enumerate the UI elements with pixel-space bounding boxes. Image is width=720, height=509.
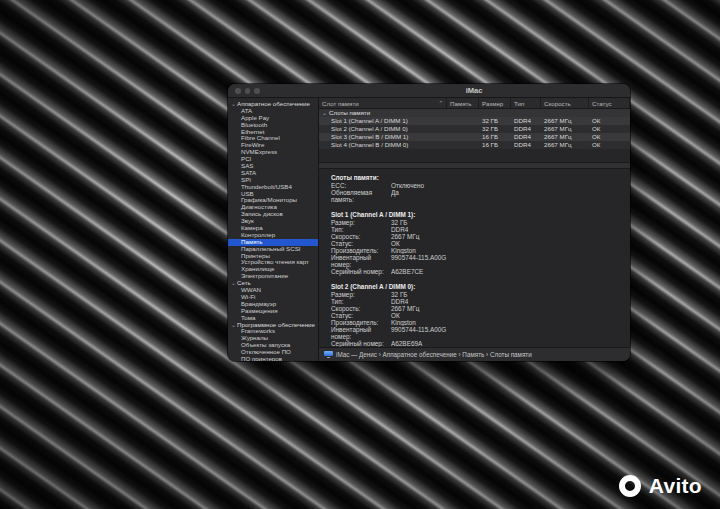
detail-row: Размер:32 ГБ bbox=[331, 291, 624, 298]
sidebar-item[interactable]: SATA bbox=[228, 170, 318, 177]
table-row[interactable]: Slot 4 (Channel B / DIMM 0)16 ГБDDR42667… bbox=[319, 141, 630, 149]
sidebar-item[interactable]: Bluetooth bbox=[228, 122, 318, 129]
table-row[interactable]: Slot 1 (Channel A / DIMM 1)32 ГБDDR42667… bbox=[319, 117, 630, 125]
sidebar-item[interactable]: Хранилище bbox=[228, 266, 318, 273]
column-header[interactable]: Статус bbox=[589, 98, 630, 108]
sidebar-item[interactable]: Принтеры bbox=[228, 253, 318, 260]
detail-row: Размер:32 ГБ bbox=[331, 219, 624, 226]
sidebar-item[interactable]: Fibre Channel bbox=[228, 135, 318, 142]
breadcrumb: iMac — Денис › Аппаратное обеспечение › … bbox=[336, 351, 532, 358]
details-pane[interactable]: Слоты памяти:ECC:ОтключеноОбновляемая па… bbox=[319, 169, 630, 347]
detail-key: Производитель: bbox=[331, 319, 391, 326]
detail-value: 9905744-115.A00G bbox=[391, 326, 624, 340]
sidebar-item[interactable]: Размещения bbox=[228, 308, 318, 315]
slot-cell: Slot 3 (Channel B / DIMM 1) bbox=[319, 133, 447, 141]
column-header[interactable]: Тип bbox=[511, 98, 541, 108]
table-row[interactable]: Slot 3 (Channel B / DIMM 1)16 ГБDDR42667… bbox=[319, 133, 630, 141]
sidebar-item[interactable]: SPI bbox=[228, 177, 318, 184]
slot-cell: Slot 1 (Channel A / DIMM 1) bbox=[319, 117, 447, 125]
speed-cell: 2667 МГц bbox=[541, 133, 589, 141]
zoom-button[interactable] bbox=[254, 88, 260, 94]
table-group-row[interactable]: ⌄Слоты памяти bbox=[319, 109, 630, 117]
sidebar-item[interactable]: PCI bbox=[228, 156, 318, 163]
table-empty-area bbox=[319, 149, 630, 162]
slot-cell: Slot 2 (Channel A / DIMM 0) bbox=[319, 125, 447, 133]
size-cell: 16 ГБ bbox=[479, 141, 511, 149]
sidebar-item[interactable]: Параллельный SCSI bbox=[228, 246, 318, 253]
sidebar-item[interactable]: Wi-Fi bbox=[228, 294, 318, 301]
system-information-window: iMac ⌄Аппаратное обеспечениеATAApple Pay… bbox=[228, 84, 630, 361]
column-header[interactable]: Скорость bbox=[541, 98, 589, 108]
details-slot-block: Slot 1 (Channel A / DIMM 1):Размер:32 ГБ… bbox=[331, 211, 624, 275]
sidebar-item[interactable]: FireWire bbox=[228, 142, 318, 149]
detail-row: ECC:Отключено bbox=[331, 182, 624, 189]
detail-value: 32 ГБ bbox=[391, 219, 624, 226]
detail-row: Производитель:Kingston bbox=[331, 319, 624, 326]
detail-row: Статус:ОК bbox=[331, 312, 624, 319]
pane-splitter[interactable] bbox=[319, 162, 630, 169]
column-header[interactable]: Слот памяти⌃ bbox=[319, 98, 447, 108]
detail-value: 2667 МГц bbox=[391, 233, 624, 240]
sidebar-item[interactable]: Диагностика bbox=[228, 204, 318, 211]
table-header: Слот памяти⌃ПамятьРазмерТипСкоростьСтату… bbox=[319, 98, 630, 109]
sidebar-item[interactable]: SAS bbox=[228, 163, 318, 170]
sidebar-item[interactable]: Камера bbox=[228, 225, 318, 232]
sidebar-section-header[interactable]: ⌄Аппаратное обеспечение bbox=[228, 101, 318, 108]
speed-cell: 2667 МГц bbox=[541, 141, 589, 149]
sidebar-item[interactable]: Память bbox=[228, 239, 318, 246]
column-header-label: Скорость bbox=[544, 100, 571, 107]
sidebar-item[interactable]: ПО принтеров bbox=[228, 356, 318, 361]
minimize-button[interactable] bbox=[245, 88, 251, 94]
sidebar-item[interactable]: WWAN bbox=[228, 287, 318, 294]
sidebar-item[interactable]: Графика/Мониторы bbox=[228, 197, 318, 204]
detail-row: Скорость:2667 МГц bbox=[331, 233, 624, 240]
column-header-label: Тип bbox=[514, 100, 524, 107]
avito-logo-icon bbox=[619, 475, 641, 497]
sidebar-item[interactable]: Отключенное ПО bbox=[228, 349, 318, 356]
detail-key: Размер: bbox=[331, 219, 391, 226]
sidebar-item[interactable]: Звук bbox=[228, 218, 318, 225]
slot-heading: Slot 2 (Channel A / DIMM 0): bbox=[331, 283, 624, 290]
memory-cell bbox=[447, 141, 479, 149]
column-header[interactable]: Память bbox=[447, 98, 479, 108]
traffic-lights bbox=[235, 88, 260, 94]
sort-ascending-icon: ⌃ bbox=[438, 100, 443, 106]
table-row[interactable]: Slot 2 (Channel A / DIMM 0)32 ГБDDR42667… bbox=[319, 125, 630, 133]
sidebar-item[interactable]: Брандмауэр bbox=[228, 301, 318, 308]
sidebar-item[interactable]: Устройство чтения карт bbox=[228, 259, 318, 266]
column-header[interactable]: Размер bbox=[479, 98, 511, 108]
detail-key: Статус: bbox=[331, 240, 391, 247]
sidebar-item[interactable]: ATA bbox=[228, 108, 318, 115]
sidebar-item[interactable]: Электропитание bbox=[228, 273, 318, 280]
sidebar-item[interactable]: Объекты запуска bbox=[228, 342, 318, 349]
details-general-block: Слоты памяти:ECC:ОтключеноОбновляемая па… bbox=[331, 174, 624, 203]
memory-cell bbox=[447, 117, 479, 125]
detail-row: Скорость:2667 МГц bbox=[331, 305, 624, 312]
sidebar: ⌄Аппаратное обеспечениеATAApple PayBluet… bbox=[228, 98, 319, 361]
sidebar-item[interactable]: Тома bbox=[228, 315, 318, 322]
sidebar-item[interactable]: Ethernet bbox=[228, 129, 318, 136]
detail-key: Тип: bbox=[331, 298, 391, 305]
detail-key: Тип: bbox=[331, 226, 391, 233]
sidebar-item[interactable]: Контроллер bbox=[228, 232, 318, 239]
details-slot-block: Slot 2 (Channel A / DIMM 0):Размер:32 ГБ… bbox=[331, 283, 624, 347]
size-cell: 32 ГБ bbox=[479, 117, 511, 125]
detail-row: Инвентарный номер:9905744-115.A00G bbox=[331, 326, 624, 340]
close-button[interactable] bbox=[235, 88, 241, 94]
sidebar-item[interactable]: USB bbox=[228, 191, 318, 198]
detail-value: A62BE69A bbox=[391, 340, 624, 347]
sidebar-section-header[interactable]: ⌄Сеть bbox=[228, 280, 318, 287]
status-cell: ОК bbox=[589, 133, 630, 141]
main-pane: Слот памяти⌃ПамятьРазмерТипСкоростьСтату… bbox=[319, 98, 630, 361]
sidebar-item[interactable]: Frameworks bbox=[228, 328, 318, 335]
sidebar-section-header[interactable]: ⌄Программное обеспечение bbox=[228, 322, 318, 329]
memory-cell bbox=[447, 133, 479, 141]
sidebar-item[interactable]: Thunderbolt/USB4 bbox=[228, 184, 318, 191]
sidebar-item[interactable]: NVMExpress bbox=[228, 149, 318, 156]
window-title: iMac bbox=[318, 84, 630, 97]
sidebar-item[interactable]: Запись дисков bbox=[228, 211, 318, 218]
sidebar-item[interactable]: Журналы bbox=[228, 335, 318, 342]
sidebar-item[interactable]: Apple Pay bbox=[228, 115, 318, 122]
titlebar[interactable]: iMac bbox=[228, 84, 630, 98]
detail-key: Инвентарный номер: bbox=[331, 326, 391, 340]
